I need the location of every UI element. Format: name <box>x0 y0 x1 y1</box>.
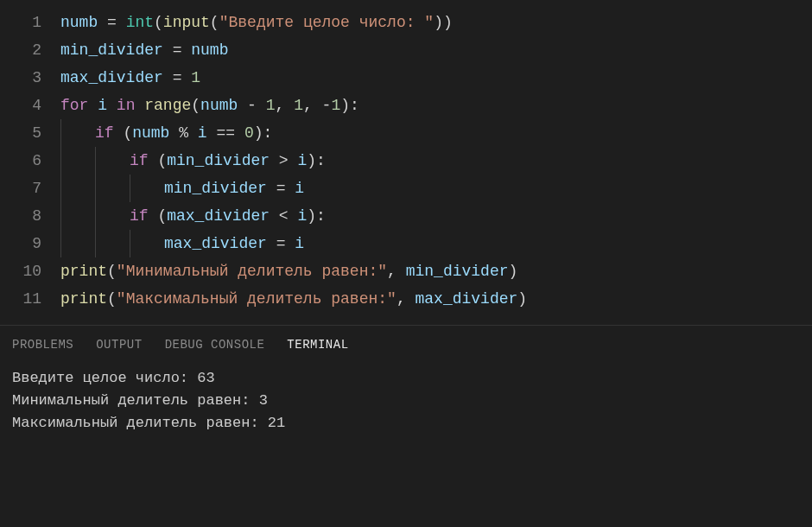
code-token: 1 <box>331 97 340 114</box>
code-token: for <box>60 97 88 114</box>
code-line[interactable]: min_divider = numb <box>60 36 812 64</box>
code-token: - <box>238 97 265 114</box>
code-token: if <box>130 207 149 225</box>
indent-guide <box>60 230 61 257</box>
code-token: > <box>270 152 297 169</box>
code-token: ) <box>517 290 527 308</box>
indent-guide <box>130 175 130 202</box>
tab-problems[interactable]: PROBLEMS <box>12 338 73 352</box>
code-token: input <box>163 14 210 31</box>
code-token: , <box>276 97 295 114</box>
code-token: i <box>297 207 307 225</box>
code-token: max_divider <box>167 207 270 225</box>
indent-guide <box>95 147 96 175</box>
code-token: = <box>163 41 191 59</box>
code-line[interactable]: for i in range(numb - 1, 1, -1): <box>60 92 812 119</box>
code-token: ( <box>114 124 133 142</box>
tab-terminal[interactable]: TERMINAL <box>287 338 348 352</box>
code-token: ): <box>254 124 273 142</box>
line-number: 11 <box>0 285 41 313</box>
line-number: 6 <box>0 147 41 175</box>
tab-output[interactable]: OUTPUT <box>96 338 142 352</box>
code-token: range <box>144 97 191 114</box>
code-token: in <box>117 97 136 114</box>
code-line[interactable]: print("Максимальный делитель равен:", ma… <box>60 285 812 313</box>
terminal-line: Максимальный делитель равен: 21 <box>12 412 800 435</box>
indent-guide <box>130 230 130 257</box>
code-line[interactable]: if (max_divider < i): <box>60 202 812 230</box>
indent-guide <box>60 202 61 230</box>
code-token: ( <box>149 207 168 225</box>
bottom-panel: PROBLEMS OUTPUT DEBUG CONSOLE TERMINAL В… <box>0 325 812 440</box>
code-token: min_divider <box>164 180 267 197</box>
code-token: ) <box>509 263 518 280</box>
tab-debug-console[interactable]: DEBUG CONSOLE <box>165 338 265 352</box>
code-token: i <box>98 97 107 114</box>
line-number-gutter: 1234567891011 <box>0 9 60 313</box>
code-token: i <box>295 180 304 197</box>
code-token: )) <box>434 14 453 31</box>
code-token: "Введите целое число: " <box>219 14 434 31</box>
code-line[interactable]: if (min_divider > i): <box>60 147 812 175</box>
code-token: numb <box>200 97 238 114</box>
code-token: = <box>163 69 191 86</box>
code-line[interactable]: numb = int(input("Введите целое число: "… <box>60 9 812 36</box>
line-number: 1 <box>0 9 41 36</box>
terminal-line: Введите целое число: 63 <box>12 367 800 390</box>
code-token: max_divider <box>164 235 267 252</box>
line-number: 2 <box>0 36 41 64</box>
indent-guide <box>60 147 61 175</box>
code-token: max_divider <box>60 69 163 86</box>
code-line[interactable]: print("Минимальный делитель равен:", min… <box>60 257 812 285</box>
code-token: , <box>387 263 406 280</box>
terminal-line: Минимальный делитель равен: 3 <box>12 390 800 412</box>
code-token: if <box>95 124 114 142</box>
code-token: i <box>295 235 304 252</box>
code-token: print <box>60 263 107 280</box>
indent-guide <box>95 230 96 257</box>
code-token <box>135 97 144 114</box>
code-token: ( <box>154 14 163 31</box>
code-token: "Минимальный делитель равен:" <box>117 263 387 280</box>
code-line[interactable]: if (numb % i == 0): <box>60 119 812 147</box>
code-token: i <box>297 152 307 169</box>
line-number: 9 <box>0 230 41 257</box>
code-token: , <box>303 97 322 114</box>
code-token: min_divider <box>60 41 163 59</box>
code-line[interactable]: max_divider = 1 <box>60 64 812 92</box>
code-token: numb <box>191 41 228 59</box>
code-token: numb <box>60 14 98 31</box>
code-token: ( <box>149 152 168 169</box>
code-token: 1 <box>294 97 303 114</box>
code-token: ( <box>210 14 219 31</box>
code-token: if <box>130 152 149 169</box>
code-token: , <box>396 290 416 308</box>
code-editor[interactable]: 1234567891011 numb = int(input("Введите … <box>0 0 812 313</box>
code-token: = <box>267 180 295 197</box>
code-token: "Максимальный делитель равен:" <box>117 290 396 308</box>
terminal-output[interactable]: Введите целое число: 63Минимальный делит… <box>9 362 803 440</box>
line-number: 4 <box>0 92 41 119</box>
line-number: 10 <box>0 257 41 285</box>
code-token: ( <box>107 263 117 280</box>
line-number: 7 <box>0 175 41 202</box>
code-token: 1 <box>191 69 200 86</box>
code-token: numb <box>132 124 169 142</box>
code-token: ): <box>307 152 326 169</box>
code-token: int <box>126 14 154 31</box>
code-area[interactable]: numb = int(input("Введите целое число: "… <box>60 9 812 313</box>
code-token: < <box>270 207 297 225</box>
code-token: = <box>98 14 125 31</box>
code-token: print <box>60 290 107 308</box>
line-number: 5 <box>0 119 41 147</box>
code-token: max_divider <box>416 290 518 308</box>
indent-guide <box>60 119 61 147</box>
indent-guide <box>95 175 96 202</box>
code-line[interactable]: min_divider = i <box>60 175 812 202</box>
indent-guide <box>95 202 96 230</box>
code-token: min_divider <box>167 152 270 169</box>
code-token: ( <box>107 290 117 308</box>
code-token: ( <box>191 97 200 114</box>
code-line[interactable]: max_divider = i <box>60 230 812 257</box>
code-token: ): <box>307 207 326 225</box>
